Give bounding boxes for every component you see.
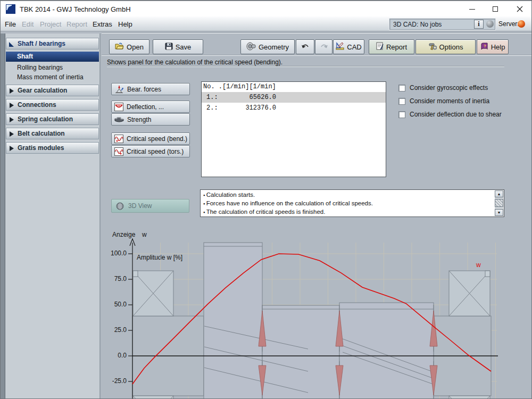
row-number: 2.: xyxy=(202,103,227,113)
report-document-icon xyxy=(376,42,384,52)
save-button[interactable]: Save xyxy=(153,39,203,54)
checkbox-deflection-shear[interactable]: Consider deflection due to shear xyxy=(398,111,502,118)
undo-button[interactable] xyxy=(296,39,314,54)
redo-button[interactable] xyxy=(315,39,332,54)
report-button[interactable]: Report xyxy=(369,39,414,54)
sidebar-group-gear-calculation[interactable]: Gear calculation xyxy=(6,85,99,96)
collapsed-triangle-icon xyxy=(10,146,14,151)
menu-extras[interactable]: Extras xyxy=(93,20,112,28)
table-header: No. .[1/min][1/min] xyxy=(202,82,386,92)
sidebar-group-shaft-bearings[interactable]: Shaft / bearings xyxy=(6,38,99,49)
collapsed-triangle-icon xyxy=(10,131,14,137)
geometry-button[interactable]: Geometry xyxy=(240,39,295,54)
cad-button[interactable]: CAD xyxy=(333,39,364,54)
deflection-button[interactable]: Deflection, ... xyxy=(111,101,190,113)
collapsed-triangle-icon xyxy=(10,117,14,122)
critical-speed-bending-icon xyxy=(114,135,123,143)
cad-status-box: 3D CAD: No jobs i xyxy=(389,19,495,30)
options-button[interactable]: Options xyxy=(415,39,476,54)
row-value: 312376.0 xyxy=(227,103,276,113)
table-row[interactable]: 1.: 65626.0 xyxy=(202,92,386,103)
row-number: 1.: xyxy=(202,92,227,103)
info-button[interactable]: i xyxy=(474,20,484,29)
sidebar: Shaft / bearings Shaft Rolling bearings … xyxy=(5,34,101,399)
calculation-log: Calculation starts. Forces have no influ… xyxy=(200,189,504,217)
menu-report[interactable]: Report xyxy=(66,20,87,28)
sidebar-group-gratis-modules[interactable]: Gratis modules xyxy=(6,142,99,154)
sidebar-group-connections[interactable]: Connections xyxy=(6,99,99,111)
critical-speed-table: No. .[1/min][1/min] 1.: 65626.0 2.: 3123… xyxy=(201,81,386,177)
open-button[interactable]: Open xyxy=(109,39,149,54)
checkbox-icon[interactable] xyxy=(398,98,405,105)
bearing-left-icon xyxy=(133,271,173,316)
shaft-drawing xyxy=(132,243,491,399)
save-floppy-icon xyxy=(165,43,173,52)
cad-drawing-icon xyxy=(336,42,344,52)
bearing-left-mirror-icon xyxy=(133,396,173,399)
log-line: The calculation of critical speeds is fi… xyxy=(201,208,504,217)
toolbar-groove xyxy=(102,32,532,34)
critical-speed-torsion-icon xyxy=(114,147,123,156)
log-line: Forces have no influence on the calculat… xyxy=(201,200,504,208)
bearing-forces-button[interactable]: Bear. forces xyxy=(111,83,190,95)
server-status-led-icon xyxy=(518,20,525,28)
menu-project[interactable]: Project xyxy=(40,20,61,28)
scroll-down-icon[interactable]: ▼ xyxy=(495,209,503,216)
window-title: TBK 2014 - GWJ Technology GmbH xyxy=(20,5,131,13)
scroll-up-icon[interactable]: ▲ xyxy=(495,190,503,197)
status-line: Shows panel for the calculation of the c… xyxy=(107,59,282,66)
3d-sphere-icon xyxy=(116,202,124,210)
toolbar-groove xyxy=(102,55,532,56)
menu-bar: File Edit Project Report Extras Help 3D … xyxy=(1,16,532,31)
checkbox-icon[interactable] xyxy=(398,85,405,92)
checkbox-gyroscopic[interactable]: Consider gyroscopic effects xyxy=(398,84,488,92)
table-row[interactable]: 2.: 312376.0 xyxy=(202,103,386,113)
help-book-icon: ? xyxy=(480,43,488,52)
close-button[interactable] xyxy=(508,1,531,17)
title-bar: TBK 2014 - GWJ Technology GmbH xyxy=(1,1,532,16)
bearing-right-icon xyxy=(449,271,490,316)
sidebar-group-spring-calculation[interactable]: Spring calculation xyxy=(6,113,99,125)
shaft-section-gear xyxy=(204,243,262,399)
sidebar-group-belt-calculation[interactable]: Belt calculation xyxy=(6,128,99,139)
scrollbar-thumb[interactable] xyxy=(495,199,503,207)
geometry-shaft-icon xyxy=(246,42,256,52)
strength-icon xyxy=(114,116,124,123)
shaft-section-mid-2 xyxy=(339,303,434,399)
sidebar-item-shaft[interactable]: Shaft xyxy=(6,52,99,62)
maximize-button[interactable] xyxy=(484,1,507,17)
critical-speed-torsion-button[interactable]: Critical speed (tors.) xyxy=(111,145,190,157)
critical-speed-bending-button[interactable]: Critical speed (bend.) xyxy=(111,132,190,145)
collapsed-triangle-icon xyxy=(10,103,14,108)
row-value: 65626.0 xyxy=(227,92,276,103)
menu-file[interactable]: File xyxy=(5,20,16,28)
bearing-right-mirror-icon xyxy=(449,396,490,399)
app-icon xyxy=(6,4,15,14)
cad-status-text: 3D CAD: No jobs xyxy=(393,21,442,28)
help-button[interactable]: ? Help xyxy=(477,39,509,54)
minimize-button[interactable] xyxy=(460,1,484,17)
shaft-section-mid-1 xyxy=(262,305,339,399)
cad-status-led-icon xyxy=(486,20,494,28)
log-line: Calculation starts. xyxy=(201,190,504,200)
menu-help[interactable]: Help xyxy=(118,20,132,28)
checkbox-moments-inertia[interactable]: Consider moments of inertia xyxy=(398,97,489,105)
svg-text:?: ? xyxy=(484,44,486,48)
collapsed-triangle-icon xyxy=(10,88,14,94)
3d-view-button[interactable]: 3D View xyxy=(111,199,189,213)
sidebar-item-mass-moment[interactable]: Mass moment of inertia xyxy=(6,72,99,82)
separator xyxy=(107,66,504,67)
checkbox-icon[interactable] xyxy=(398,111,405,118)
close-icon xyxy=(517,6,523,12)
sidebar-item-rolling-bearings[interactable]: Rolling bearings xyxy=(6,63,99,73)
options-tools-icon xyxy=(428,42,437,52)
log-scrollbar[interactable]: ▲ ▼ xyxy=(495,190,503,216)
open-folder-icon xyxy=(115,43,124,52)
mode-shape-chart xyxy=(104,227,532,399)
bearing-forces-icon xyxy=(114,85,124,94)
server-label: Server: xyxy=(498,20,519,28)
expanded-triangle-icon xyxy=(9,42,14,47)
redo-icon xyxy=(320,44,328,50)
menu-edit[interactable]: Edit xyxy=(22,20,34,28)
strength-button[interactable]: Strength xyxy=(111,113,190,126)
